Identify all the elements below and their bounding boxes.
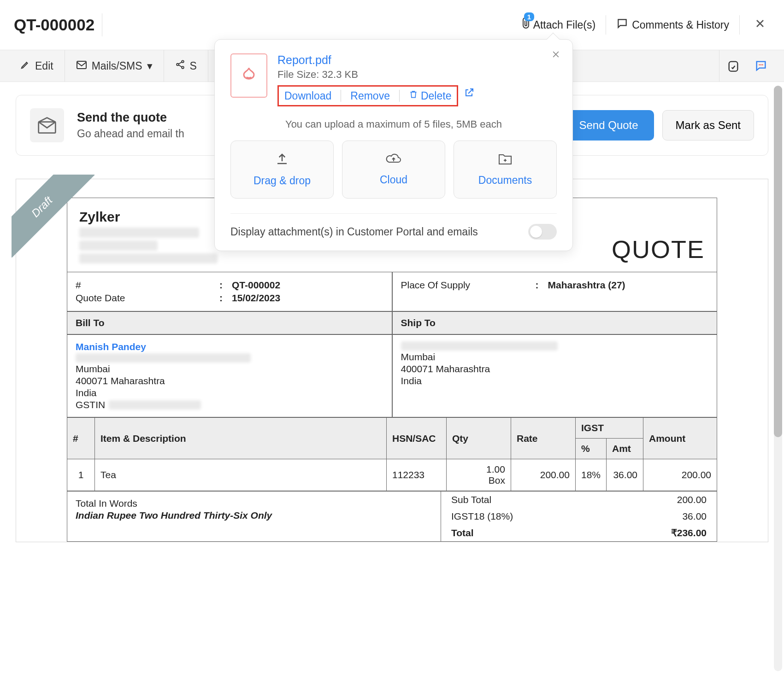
svg-point-5 [759,64,760,65]
subtotal-label: Sub Total [451,494,491,505]
remove-link[interactable]: Remove [350,90,390,102]
bill-to-country: India [76,387,383,398]
total-words-value: Indian Rupee Two Hundred Thirty-Six Only [76,510,432,521]
share-label: S [190,60,197,72]
mail-icon [76,60,87,72]
cloud-icon [386,153,401,168]
redacted-line [79,228,199,238]
upload-icon [275,152,289,169]
comments-label: Comments & History [632,19,729,31]
igst-total-label: IGST18 (18%) [451,511,513,522]
subtotal-value: 200.00 [677,494,707,505]
attach-count-badge: 1 [524,12,534,21]
mails-label: Mails/SMS [92,60,142,72]
row-qty-unit: Box [452,475,505,486]
pdf-file-icon [230,53,267,98]
col-pct: % [575,439,606,459]
edit-label: Edit [35,60,53,72]
divider [399,90,400,102]
documents-option[interactable]: Documents [454,141,557,199]
file-size: File Size: 32.3 KB [277,69,475,81]
open-external-icon[interactable] [464,87,475,100]
share-icon [175,59,185,72]
chat-button[interactable] [747,50,775,82]
row-amount: 200.00 [643,459,717,491]
popover-close-button[interactable] [551,49,560,62]
pos-label: Place Of Supply [401,280,530,291]
display-attachments-toggle[interactable] [528,224,557,240]
igst-total-value: 36.00 [682,511,707,522]
page-title: QT-000002 [14,16,94,34]
file-actions-highlighted: Download Remove Delete [277,85,458,106]
col-igst: IGST [575,418,643,439]
redacted-line [401,341,558,351]
col-item: Item & Description [95,418,387,459]
drag-drop-option[interactable]: Drag & drop [230,141,334,199]
send-card-subtitle: Go ahead and email th [77,128,184,140]
gstin-label: GSTIN [76,399,105,410]
items-table: # Item & Description HSN/SAC Qty Rate IG… [67,417,717,491]
delete-label: Delete [421,90,451,102]
title-divider [102,13,102,36]
col-amt: Amt [607,439,643,459]
row-num: 1 [67,459,95,491]
mark-as-sent-button[interactable]: Mark as Sent [662,110,754,141]
bill-to-city: Mumbai [76,363,383,375]
col-hsn: HSN/SAC [386,418,446,459]
cloud-label: Cloud [380,174,407,186]
ship-to-country: India [401,375,709,386]
send-quote-button[interactable]: Send Quote [564,110,654,141]
bill-to-name[interactable]: Manish Pandey [76,341,383,352]
documents-label: Documents [478,174,532,187]
cloud-option[interactable]: Cloud [342,141,445,199]
trash-icon [409,89,418,102]
pos-value: Maharashtra (27) [548,280,625,291]
redacted-line [79,253,218,263]
attach-files-button[interactable]: 1 Attach File(s) [520,17,595,33]
row-hsn: 112233 [386,459,446,491]
company-name: Zylker [79,209,218,225]
chevron-down-icon: ▾ [147,60,153,72]
col-rate: Rate [511,418,575,459]
bill-to-header: Bill To [67,311,392,334]
number-value: QT-000002 [232,280,280,291]
date-value: 15/02/2023 [232,293,280,304]
attach-label: Attach File(s) [533,19,595,31]
drag-drop-label: Drag & drop [253,175,311,187]
delete-link[interactable]: Delete [409,89,451,102]
col-amount: Amount [643,418,717,459]
comments-history-button[interactable]: Comments & History [616,18,729,32]
ship-to-state: 400071 Maharashtra [401,363,709,375]
edit-button[interactable]: Edit [9,50,65,82]
download-link[interactable]: Download [284,90,331,102]
table-row: 1 Tea 112233 1.00 Box 200.00 18% 36.00 2… [67,459,717,491]
envelope-icon [30,108,64,142]
row-rate: 200.00 [511,459,575,491]
divider [739,15,740,35]
close-button[interactable] [750,18,770,32]
col-qty: Qty [446,418,511,459]
date-label: Quote Date [76,293,214,304]
total-label: Total [451,527,474,539]
reminder-button[interactable] [719,50,747,82]
display-attachments-label: Display attachment(s) in Customer Portal… [230,226,478,238]
svg-point-7 [762,64,763,65]
upload-note: You can upload a maximum of 5 files, 5MB… [230,118,557,130]
svg-rect-4 [729,62,738,71]
file-name[interactable]: Report.pdf [277,53,475,67]
pencil-icon [20,59,30,72]
row-qty: 1.00 [452,464,505,475]
row-amt: 36.00 [607,459,643,491]
share-button[interactable]: S [164,50,208,82]
number-label: # [76,280,214,291]
folder-icon [498,152,513,169]
col-num: # [67,418,95,459]
svg-rect-0 [77,61,86,69]
total-value: ₹236.00 [671,527,707,539]
row-pct: 18% [575,459,606,491]
redacted-line [79,240,158,251]
ship-to-header: Ship To [392,311,718,334]
redacted-line [109,400,201,410]
row-item: Tea [95,459,387,491]
mails-sms-button[interactable]: Mails/SMS ▾ [65,50,164,82]
